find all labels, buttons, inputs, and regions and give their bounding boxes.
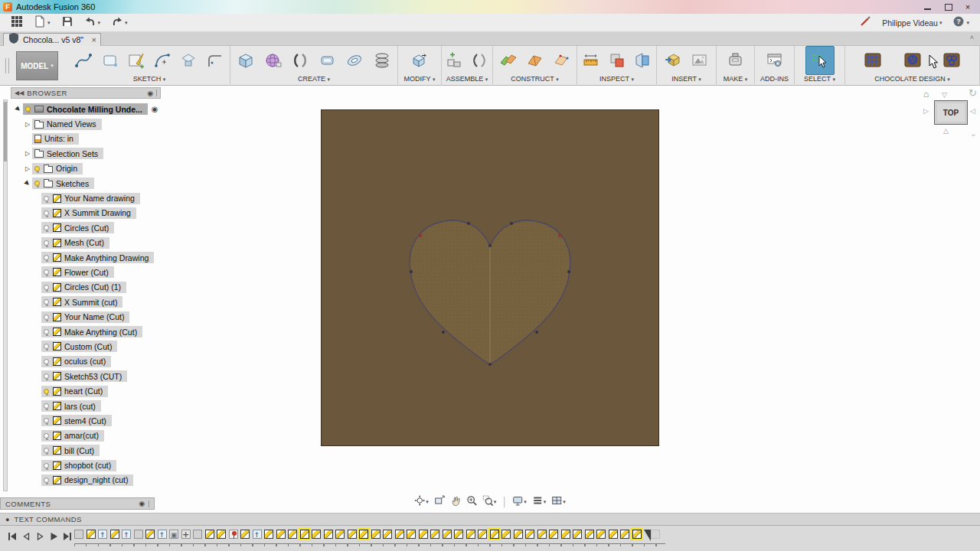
tree-item[interactable]: stem4 (Cut) [11,413,187,428]
timeline-sketch-item[interactable] [264,530,273,539]
visibility-bulb-icon[interactable] [44,359,49,364]
timeline-sketch-item[interactable] [466,530,475,539]
visibility-bulb-icon[interactable] [34,166,40,171]
timeline-sketch-item[interactable] [443,530,452,539]
group-label[interactable]: CONSTRUCT ▾ [493,75,577,86]
visibility-bulb-icon[interactable] [44,255,49,260]
redo-button[interactable]: ▾ [111,15,128,31]
visibility-bulb-icon[interactable] [44,299,49,305]
tree-item[interactable]: Flower (Cut) [11,265,187,279]
choc-circles-icon[interactable] [940,49,963,72]
timeline-extrude-item[interactable] [122,530,131,539]
browser-scrollbar[interactable] [3,99,8,491]
timeline-sketch-item[interactable] [501,530,511,539]
group-label[interactable]: INSERT ▾ [657,75,716,86]
fillet-icon[interactable] [204,49,227,72]
restore-button[interactable] [943,3,952,11]
timeline-sketch-item[interactable] [609,530,618,539]
viewcube-corner-arrow[interactable]: ⌄ [970,129,977,139]
pattern-icon[interactable] [289,49,312,72]
timeline-sketch-item[interactable] [419,530,428,539]
tree-item[interactable]: Custom (Cut) [11,339,187,354]
timeline-sketch-item[interactable] [240,530,250,539]
timeline-sketch-item[interactable] [537,530,547,539]
tree-item[interactable]: Circles (Cut) (1) [11,280,187,295]
timeline-sketch-item[interactable] [585,530,594,539]
coil-icon[interactable] [371,49,394,72]
rect-sketch-icon[interactable] [99,49,122,72]
expand-closed-icon[interactable]: ▷ [23,150,32,157]
close-button[interactable]: × [963,3,972,11]
tree-item[interactable]: ▷Origin [11,161,187,176]
user-menu[interactable]: Philippe Videau▾ [882,18,942,28]
skip-end-button[interactable] [61,530,73,542]
timeline-sketch-item[interactable] [359,530,368,539]
tree-item[interactable]: shopbot (cut) [11,458,187,472]
tree-item[interactable]: X Summit Drawing [11,206,187,220]
timeline-pin-item[interactable] [229,530,238,539]
group-label[interactable]: CHOCOLATE DESIGN ▾ [845,75,979,86]
document-tab[interactable]: Chocola... v5 v8" × [3,33,101,46]
timeline-sketch-item[interactable] [145,530,155,539]
interference-icon[interactable] [606,49,629,72]
viewport[interactable]: ◀◀ BROWSER ◉ ▶Chocolate Milling Unde...◉… [0,86,980,513]
orbit-button[interactable]: ▾ [413,494,430,510]
group-label[interactable]: ADD-INS [755,75,794,86]
viewcube[interactable]: ⌂ ▽ ↻ TOP ▷ ◁ △ ⌄ [917,87,978,148]
undo-button[interactable]: ▾ [84,15,101,31]
timeline-extrude-item[interactable] [253,530,262,539]
visibility-bulb-icon[interactable] [44,433,49,439]
look-at-button[interactable] [433,494,446,510]
group-label[interactable]: ASSEMBLE ▾ [442,75,492,86]
tree-item[interactable]: heart (Cut) [11,383,187,398]
timeline-sketch-item[interactable] [110,530,119,539]
visibility-bulb-icon[interactable] [44,373,49,379]
save-button[interactable] [61,15,74,31]
pipe-icon[interactable] [343,49,366,72]
timeline-sketch-item[interactable] [561,530,570,539]
timeline-sketch-item[interactable] [430,530,439,539]
timeline-feature-item[interactable] [193,530,202,539]
tree-item[interactable]: Make Anything Drawing [11,250,187,265]
timeline-extrude-item[interactable] [158,530,167,539]
insert-mesh-icon[interactable] [662,49,684,72]
expand-closed-icon[interactable]: ▷ [23,121,32,128]
plane-angle-icon[interactable] [524,49,547,72]
timeline-extrude-item[interactable] [98,530,107,539]
visibility-bulb-icon[interactable] [44,418,49,423]
comments-options-icon[interactable]: ◉ [139,500,145,507]
timeline-sketch-item[interactable] [514,530,523,539]
text-commands-bar[interactable]: ● TEXT COMMANDS [0,513,980,526]
timeline-component-item[interactable] [169,530,178,539]
tree-item[interactable]: design_night (cut) [11,473,187,487]
visibility-bulb-icon[interactable] [44,389,49,394]
measure-icon[interactable] [580,49,603,72]
timeline-sketch-item[interactable] [525,530,534,539]
tree-item[interactable]: ▶Chocolate Milling Unde...◉ [11,102,187,116]
tree-item[interactable]: oculus (cut) [11,354,187,369]
timeline-sketch-item[interactable] [300,530,309,539]
viewcube-rotate-icon[interactable]: ↻ [969,87,977,99]
display-settings-button[interactable]: ▾ [511,494,528,510]
visibility-bulb-icon[interactable] [25,106,31,112]
viewcube-roll-up-icon[interactable]: ▽ [942,91,947,99]
visibility-bulb-icon[interactable] [44,285,49,290]
plane-offset-icon[interactable] [497,49,520,72]
visibility-bulb-icon[interactable] [44,210,49,216]
grid-layout-button[interactable]: ▾ [531,494,548,510]
timeline-sketch-item[interactable] [217,530,226,539]
visibility-bulb-icon[interactable] [44,225,49,230]
timeline-sketch-item[interactable] [371,530,381,539]
section-icon[interactable] [631,49,654,72]
tree-item[interactable]: Your Name drawing [11,191,187,205]
visibility-bulb-icon[interactable] [44,344,49,349]
timeline-sketch-item[interactable] [573,530,582,539]
timeline-sketch-item[interactable] [632,530,642,539]
joint-icon[interactable] [468,49,491,72]
tree-item[interactable]: Make Anything (Cut) [11,324,187,339]
timeline-sketch-item[interactable] [348,530,357,539]
timeline-feature-item[interactable] [134,530,143,539]
timeline-sketch-item[interactable] [205,530,214,539]
tree-item[interactable]: amar(cut) [11,429,187,443]
collapse-panel-icon[interactable]: ◀◀ [15,90,24,96]
